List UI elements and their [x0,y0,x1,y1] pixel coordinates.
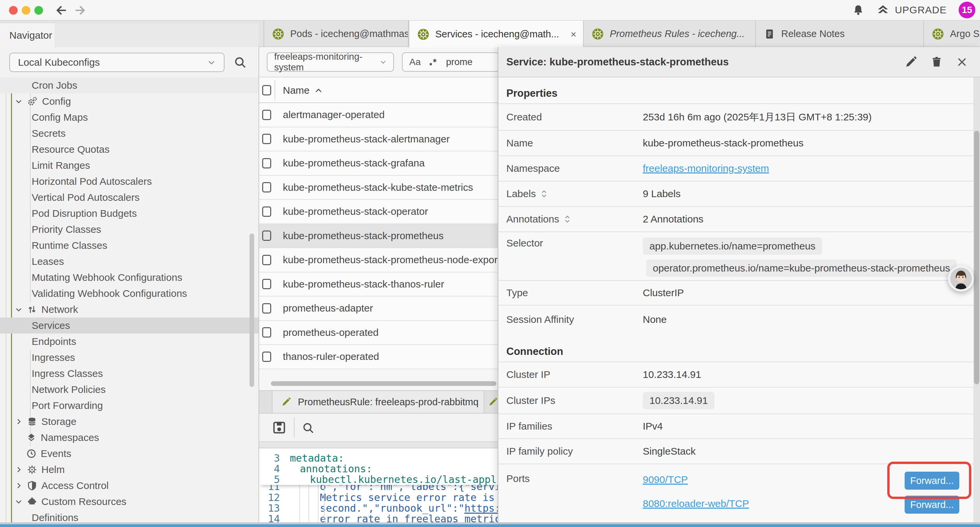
back-arrow-icon[interactable] [56,4,67,16]
sidebar-item-network-policies[interactable]: Network Policies [0,382,259,398]
sidebar-item-events[interactable]: Events [0,446,259,462]
search-icon[interactable] [302,422,315,434]
traffic-light-zoom[interactable] [34,6,43,15]
upgrade-button[interactable]: UPGRADE [876,3,947,17]
sidebar-item-access-control[interactable]: Access Control [0,478,259,494]
namespace-link[interactable]: freeleaps-monitoring-system [643,163,769,174]
table-row[interactable]: kube-prometheus-stack-thanos-ruler [259,272,498,297]
sidebar-item-custom-resources[interactable]: Custom Resources [0,494,259,509]
expand-collapse-icon[interactable] [565,215,570,223]
navigator-tab-label: Navigator [10,30,52,41]
table-row[interactable]: kube-prometheus-stack-operator [259,200,498,224]
editor-scroll-band[interactable] [259,442,498,448]
editor-line: 12Metrics service error rate is {{ $va [259,492,498,503]
sidebar-item-ingress-classes[interactable]: Ingress Classes [0,366,259,382]
port-link-8080[interactable]: 8080:reloader-web/TCP [643,497,749,510]
tab-pods[interactable]: Pods - icecheng@mathmas... [264,21,409,47]
sidebar-item-port-forwarding[interactable]: Port Forwarding [0,398,259,414]
table-row[interactable]: kube-prometheus-stack-kube-state-metrics [259,176,498,200]
pencil-icon [281,397,291,407]
save-icon[interactable] [272,420,286,435]
sidebar-item-secrets[interactable]: Secrets [0,126,259,142]
regex-icon[interactable] [429,57,438,67]
table-row-selected[interactable]: kube-prometheus-stack-prometheus [259,224,498,248]
search-input[interactable]: Aa prome [402,53,498,72]
sidebar-item-resource-quotas[interactable]: Resource Quotas [0,142,259,158]
forward-arrow-icon[interactable] [74,4,86,16]
sidebar-scrollbar[interactable] [250,234,254,387]
edit-pencil-icon[interactable] [905,56,917,68]
sidebar-item-network[interactable]: Network [0,301,259,318]
trash-icon[interactable] [931,56,943,68]
sidebar-item-cron-jobs[interactable]: Cron Jobs [0,77,259,93]
namespace-filter[interactable]: freeleaps-monitoring-system [267,53,394,72]
kubeconfig-selector[interactable]: Local Kubeconfigs [10,53,224,72]
sidebar-item-priority-classes[interactable]: Priority Classes [0,221,259,237]
navigator-tab[interactable]: Navigator [0,23,54,47]
editor-tab-next-partial[interactable] [485,391,498,413]
sidebar-item-config-maps[interactable]: Config Maps [0,110,259,126]
match-case-icon[interactable]: Aa [409,57,421,67]
table-row[interactable]: kube-prometheus-stack-grafana [259,151,498,176]
runbook-url-link[interactable]: https://net [464,503,498,514]
row-checkbox[interactable] [262,303,271,314]
notification-badge[interactable]: 15 [959,2,975,18]
row-checkbox[interactable] [262,327,271,338]
row-checkbox[interactable] [262,352,271,362]
sidebar-item-limit-ranges[interactable]: Limit Ranges [0,158,259,174]
sidebar-item-vertical-pod-autoscalers[interactable]: Vertical Pod Autoscalers [0,189,259,205]
panel-scrollbar-thumb[interactable] [974,131,979,384]
tab-close-icon[interactable]: × [566,29,576,40]
traffic-light-close[interactable] [9,6,18,15]
sidebar-item-services[interactable]: Services [0,318,259,334]
tab-prometheus-rules[interactable]: Prometheus Rules - icecheng... [584,21,756,47]
select-all-checkbox[interactable] [262,85,271,96]
traffic-light-minimize[interactable] [22,6,30,15]
sidebar-item-namespaces[interactable]: Namespaces [0,430,259,446]
property-label: Annotations [506,213,559,225]
panel-scrollbar-track[interactable] [973,77,980,522]
expand-collapse-icon[interactable] [541,189,547,198]
port-link-9090[interactable]: 9090/TCP [643,473,688,486]
sidebar-item-pod-disruption-budgets[interactable]: Pod Disruption Budgets [0,205,259,221]
sidebar-item-ingresses[interactable]: Ingresses [0,350,259,366]
table-row[interactable]: thanos-ruler-operated [259,345,498,369]
tab-services[interactable]: Services - icecheng@math... × [409,21,584,48]
sidebar-item-validating-webhook-configurations[interactable]: Validating Webhook Configurations [0,285,259,301]
sidebar-item-mutating-webhook-configurations[interactable]: Mutating Webhook Configurations [0,269,259,285]
sidebar-item-config[interactable]: Config [0,93,259,110]
sidebar-item-horizontal-pod-autoscalers[interactable]: Horizontal Pod Autoscalers [0,174,259,189]
search-icon[interactable] [234,56,247,69]
sidebar-item-runtime-classes[interactable]: Runtime Classes [0,237,259,253]
row-checkbox[interactable] [262,110,271,120]
row-checkbox[interactable] [262,134,271,144]
close-icon[interactable] [956,56,968,68]
table-row[interactable]: prometheus-operated [259,321,498,345]
sidebar-item-endpoints[interactable]: Endpoints [0,334,259,350]
table-row[interactable]: kube-prometheus-stack-prometheus-node-ex… [259,248,498,272]
row-checkbox[interactable] [262,231,271,241]
sidebar-item-leases[interactable]: Leases [0,253,259,269]
editor-tab-prometheusrule[interactable]: PrometheusRule: freeleaps-prod-rabbitmq [272,391,484,413]
sidebar-item-definitions[interactable]: Definitions [0,509,259,522]
row-checkbox[interactable] [262,158,271,169]
line-text: second.","runbook_url":" [288,503,464,514]
table-row[interactable]: prometheus-adapter [259,296,498,321]
row-checkbox[interactable] [262,255,271,265]
row-checkbox[interactable] [262,279,271,289]
table-row[interactable]: kube-prometheus-stack-alertmanager [259,127,498,152]
sidebar-item-helm[interactable]: Helm [0,462,259,478]
sidebar-item-storage[interactable]: Storage [0,414,259,430]
bell-icon[interactable] [852,4,864,16]
tab-release-notes[interactable]: Release Notes [756,21,924,47]
property-value[interactable]: 9 Labels [643,188,681,199]
tab-argo[interactable]: Argo Se [924,21,980,47]
assistant-avatar[interactable] [948,266,974,291]
yaml-editor[interactable]: 3metadata: 4annotations: 5kubectl.kubern… [259,449,498,522]
column-header-name[interactable]: Name [283,77,322,103]
row-checkbox[interactable] [262,207,271,217]
horizontal-scrollbar[interactable] [271,381,496,386]
property-value[interactable]: 2 Annotations [643,213,703,225]
row-checkbox[interactable] [262,182,271,193]
table-row[interactable]: alertmanager-operated [259,103,498,127]
